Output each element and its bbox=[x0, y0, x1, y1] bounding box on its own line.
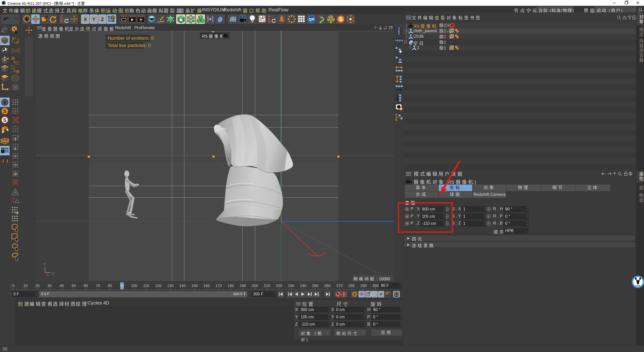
svg-text:S: S bbox=[3, 117, 7, 123]
svg-text:X: X bbox=[84, 17, 87, 22]
svg-text:Z: Z bbox=[101, 17, 104, 22]
svg-text:S: S bbox=[3, 100, 7, 105]
svg-text:S: S bbox=[339, 16, 343, 22]
svg-text:Z: Z bbox=[52, 271, 54, 276]
svg-text:QR: QR bbox=[309, 17, 314, 21]
svg-text:S: S bbox=[3, 109, 7, 114]
svg-text:Y: Y bbox=[92, 17, 96, 22]
svg-text:Y: Y bbox=[43, 262, 46, 266]
svg-text:竹鹿君: 竹鹿君 bbox=[635, 285, 640, 287]
svg-text:R: R bbox=[395, 118, 397, 121]
svg-text:X: X bbox=[46, 273, 49, 277]
svg-text:P: P bbox=[380, 292, 382, 296]
svg-text:a: a bbox=[450, 31, 451, 33]
svg-text:a: a bbox=[408, 31, 410, 34]
